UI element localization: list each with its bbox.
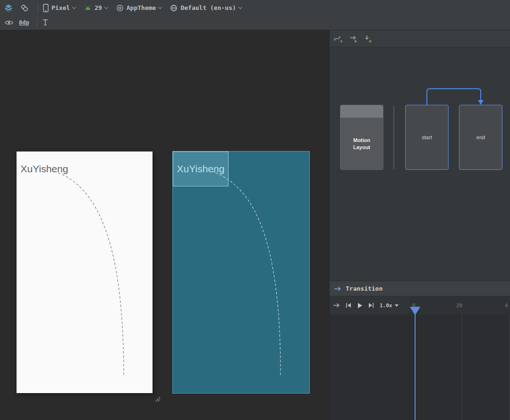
chevron-down-icon	[238, 5, 242, 8]
blueprint-view-screen[interactable]: XuYisheng	[173, 151, 309, 393]
api-version-selector[interactable]: 29	[84, 4, 108, 11]
locale-selector[interactable]: Default (en-us)	[170, 4, 241, 12]
motion-editor-toolbar	[330, 30, 510, 47]
guideline-ibeam-icon[interactable]	[42, 19, 49, 26]
toolbar-separator	[37, 18, 37, 27]
transition-panel-header[interactable]: Transition	[330, 281, 510, 296]
globe-icon	[170, 4, 178, 12]
constraint-set-start[interactable]: start	[405, 105, 449, 170]
transition-arrow-icon	[334, 286, 341, 292]
device-selector-label: Pixel	[51, 4, 70, 11]
skip-to-end-icon[interactable]	[368, 302, 374, 308]
playback-speed-value: 1.0x	[380, 302, 392, 309]
motionlayout-card-body: Motion Layout	[340, 118, 383, 169]
view-options-eye-icon[interactable]	[5, 20, 13, 25]
design-toolbar: Pixel 29 Ap	[0, 0, 510, 16]
constraint-toolbar: 0dp	[0, 16, 510, 30]
motion-path-design	[17, 151, 153, 393]
canvas-resize-handle[interactable]	[154, 395, 161, 404]
transition-panel-title: Transition	[346, 285, 382, 292]
add-constraint-set-icon[interactable]	[349, 34, 357, 43]
constraint-set-end[interactable]: end	[459, 105, 502, 170]
start-state-label: start	[422, 134, 432, 140]
android-icon	[84, 4, 92, 11]
chevron-down-icon	[104, 5, 108, 8]
play-direction-icon[interactable]	[333, 302, 340, 308]
add-keyframe-icon[interactable]	[364, 34, 372, 43]
theme-icon	[116, 4, 124, 12]
phone-icon	[43, 4, 49, 12]
motionlayout-card[interactable]: Motion Layout	[340, 105, 383, 170]
api-version-label: 29	[94, 4, 102, 11]
ruler-tick-40: 4	[505, 302, 508, 309]
chevron-down-icon	[395, 304, 399, 307]
motion-path-blueprint	[173, 151, 309, 393]
toolbar-separator	[38, 3, 38, 13]
playhead-line	[415, 314, 416, 420]
constraint-set-overview: Motion Layout start end	[330, 47, 510, 281]
eraser-icon[interactable]	[20, 3, 29, 13]
theme-selector-label: AppTheme	[127, 4, 156, 11]
locale-selector-label: Default (en-us)	[180, 4, 236, 11]
design-view-screen[interactable]: XuYisheng	[17, 151, 153, 393]
timeline-gridline	[462, 314, 462, 420]
default-margin-control[interactable]: 0dp	[19, 19, 29, 26]
timeline-track-area[interactable]	[330, 314, 510, 420]
play-icon[interactable]	[357, 302, 363, 309]
theme-selector[interactable]: AppTheme	[116, 4, 162, 12]
ruler-tick-20: 20	[456, 302, 462, 309]
playback-speed-selector[interactable]: 1.0x	[380, 302, 399, 309]
chevron-down-icon	[158, 5, 162, 8]
skip-to-start-icon[interactable]	[346, 302, 351, 308]
overview-divider	[393, 106, 394, 169]
android-studio-motion-editor-window: Pixel 29 Ap	[0, 0, 510, 420]
add-transition-icon[interactable]	[333, 34, 343, 43]
motionlayout-card-label: Motion Layout	[349, 137, 374, 151]
chevron-down-icon	[72, 5, 76, 8]
end-state-label: end	[476, 134, 485, 140]
design-surface-layers-icon[interactable]	[4, 3, 13, 13]
motion-editor-panel: Motion Layout start end Transition	[329, 30, 510, 420]
timeline-gridline	[509, 314, 510, 420]
motionlayout-card-header	[340, 105, 383, 118]
device-selector[interactable]: Pixel	[43, 4, 76, 12]
